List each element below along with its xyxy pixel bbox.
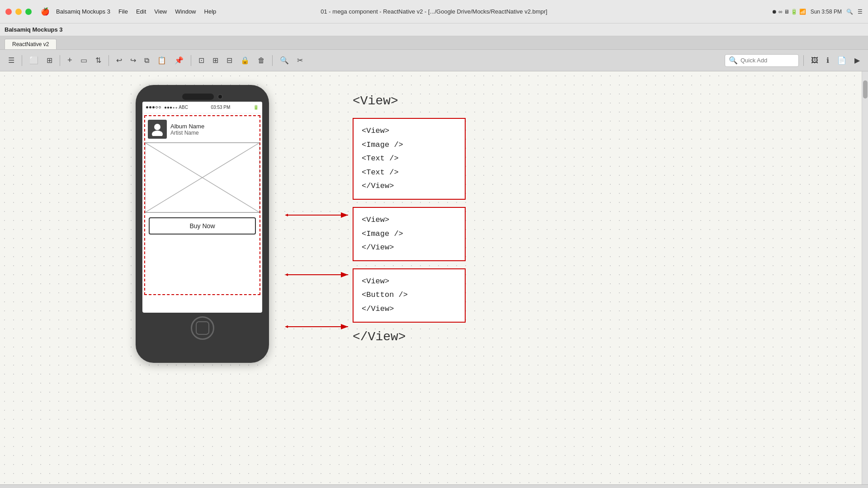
mac-titlebar: 🍎 Balsamiq Mockups 3 File Edit View Wind… — [0, 0, 868, 23]
separator-1 — [22, 55, 22, 66]
up-down-button[interactable]: ⇅ — [93, 54, 104, 66]
scrollbar-right[interactable] — [862, 71, 868, 484]
separator-2 — [60, 55, 60, 66]
copy-button[interactable]: ⧉ — [142, 55, 152, 66]
hamburger-button[interactable]: ☰ — [5, 54, 17, 66]
maximize-button[interactable] — [25, 9, 32, 15]
window-title: 01 - mega component - ReactNative v2 - [… — [321, 8, 547, 15]
phone-container: ●●●∘∘ ABC 03:53 PM 🔋 — [136, 85, 269, 363]
search-icon: 🔍 — [729, 56, 738, 65]
delete-button[interactable]: 🗑 — [255, 55, 268, 66]
view-open-label: <View> — [353, 94, 466, 108]
dot-1 — [146, 106, 148, 108]
single-view-button[interactable]: ⬜ — [27, 54, 41, 66]
close-button[interactable] — [5, 9, 12, 15]
redo-button[interactable]: ↪ — [127, 54, 139, 66]
assets-button[interactable]: 🖼 — [808, 55, 821, 66]
annotations-area: <View> <View> <Image /> <Text /> <Text /… — [339, 94, 466, 344]
group-button[interactable]: ⊡ — [196, 54, 207, 66]
annotation-box-1: <View> <Image /> <Text /> <Text /> </Vie… — [353, 118, 466, 200]
search-icon[interactable]: 🔍 — [846, 9, 853, 15]
artist-name: Artist Name — [170, 130, 204, 136]
traffic-lights — [5, 9, 32, 15]
phone-earpiece — [182, 94, 214, 100]
phone-camera — [217, 94, 223, 99]
grid-view-button[interactable]: ⊞ — [44, 54, 55, 66]
carrier-label: ●●●∘∘ ABC — [164, 105, 188, 110]
separator-4 — [191, 55, 191, 66]
annotation-box-3-code: <View> <Button /> </View> — [362, 275, 457, 316]
svg-marker-14 — [285, 273, 288, 276]
crop-button[interactable]: ✂ — [294, 54, 306, 66]
app-name: Balsamiq Mockups 3 — [5, 26, 63, 33]
search-button[interactable]: 🔍 — [277, 54, 292, 66]
menu-edit[interactable]: Edit — [132, 7, 150, 16]
align-button[interactable]: ⊞ — [210, 54, 221, 66]
phone-screen: ●●●∘∘ ABC 03:53 PM 🔋 — [142, 102, 262, 313]
undo-button[interactable]: ↩ — [113, 54, 125, 66]
app-bar: Balsamiq Mockups 3 — [0, 23, 868, 36]
svg-marker-15 — [285, 325, 288, 328]
home-button[interactable] — [191, 316, 214, 340]
phone-time: 03:53 PM — [211, 105, 231, 110]
info-button[interactable]: ℹ — [824, 54, 832, 66]
album-name: Album Name — [170, 123, 204, 130]
canvas: ●●●∘∘ ABC 03:53 PM 🔋 — [0, 71, 868, 484]
status-left: ●●●∘∘ ABC — [146, 105, 188, 110]
mac-menu: 🍎 Balsamiq Mockups 3 File Edit View Wind… — [41, 7, 220, 16]
home-button-square — [196, 321, 209, 335]
menu-window[interactable]: Window — [171, 7, 199, 16]
mac-status-right: ⏺ ∞ 🖥 🔋 📶 Sun 3:58 PM 🔍 ☰ — [772, 9, 863, 15]
svg-point-1 — [152, 131, 163, 136]
svg-marker-13 — [285, 214, 288, 216]
home-button-area — [142, 316, 262, 340]
signal-dots — [146, 106, 161, 108]
dot-3 — [152, 106, 155, 108]
menu-icon[interactable]: ☰ — [858, 9, 863, 15]
image-placeholder — [145, 143, 259, 213]
phone-status-bar: ●●●∘∘ ABC 03:53 PM 🔋 — [142, 102, 262, 113]
separator-3 — [108, 55, 109, 66]
album-info: Album Name Artist Name — [170, 123, 204, 136]
album-row: Album Name Artist Name — [145, 116, 259, 143]
image-x-placeholder — [145, 143, 259, 212]
dot-2 — [149, 106, 151, 108]
menu-file[interactable]: File — [115, 7, 132, 16]
apple-logo: 🍎 — [41, 7, 50, 16]
phone-content-dashed: Album Name Artist Name — [144, 115, 260, 295]
quick-add-input[interactable] — [741, 57, 795, 64]
annotation-box-2: <View> <Image /> </View> — [353, 207, 466, 261]
buy-now-area: Buy Now — [145, 213, 259, 239]
toolbar: ☰ ⬜ ⊞ + ▭ ⇅ ↩ ↪ ⧉ 📋 📌 ⊡ ⊞ ⊟ 🔒 🗑 🔍 ✂ 🔍 🖼 … — [0, 50, 868, 71]
menu-help[interactable]: Help — [201, 7, 220, 16]
dot-4 — [156, 106, 158, 108]
separator-5 — [272, 55, 273, 66]
paste-button[interactable]: 📋 — [155, 54, 169, 66]
component-button[interactable]: ▭ — [78, 54, 90, 66]
clock: Sun 3:58 PM — [811, 9, 842, 15]
annotation-box-3: <View> <Button /> </View> — [353, 268, 466, 323]
menu-view[interactable]: View — [151, 7, 170, 16]
menu-balsamiq[interactable]: Balsamiq Mockups 3 — [52, 7, 114, 16]
clipboard-button[interactable]: 📌 — [172, 54, 186, 66]
buy-now-button[interactable]: Buy Now — [149, 217, 256, 235]
status-icons: ⏺ ∞ 🖥 🔋 📶 — [772, 9, 806, 15]
svg-point-0 — [154, 124, 160, 130]
annotation-box-2-code: <View> <Image /> </View> — [362, 213, 457, 255]
dot-5 — [159, 106, 161, 108]
scrollbar-thumb-right — [863, 80, 868, 99]
notes-button[interactable]: 📄 — [835, 54, 849, 66]
annotation-box-1-code: <View> <Image /> <Text /> <Text /> </Vie… — [362, 124, 457, 193]
minimize-button[interactable] — [15, 9, 22, 15]
battery-icon: 🔋 — [253, 105, 259, 110]
distribute-button[interactable]: ⊟ — [224, 54, 235, 66]
quick-add-container[interactable]: 🔍 — [725, 54, 799, 67]
tab-bar: ReactNative v2 — [0, 36, 868, 50]
add-button[interactable]: + — [65, 54, 75, 67]
play-button[interactable]: ▶ — [852, 54, 863, 66]
view-close-label: </View> — [353, 330, 466, 344]
project-tab[interactable]: ReactNative v2 — [5, 39, 57, 49]
lock-button[interactable]: 🔒 — [238, 54, 252, 66]
album-avatar — [148, 120, 167, 139]
bottom-bar: ◀ ▶ — [0, 484, 868, 488]
